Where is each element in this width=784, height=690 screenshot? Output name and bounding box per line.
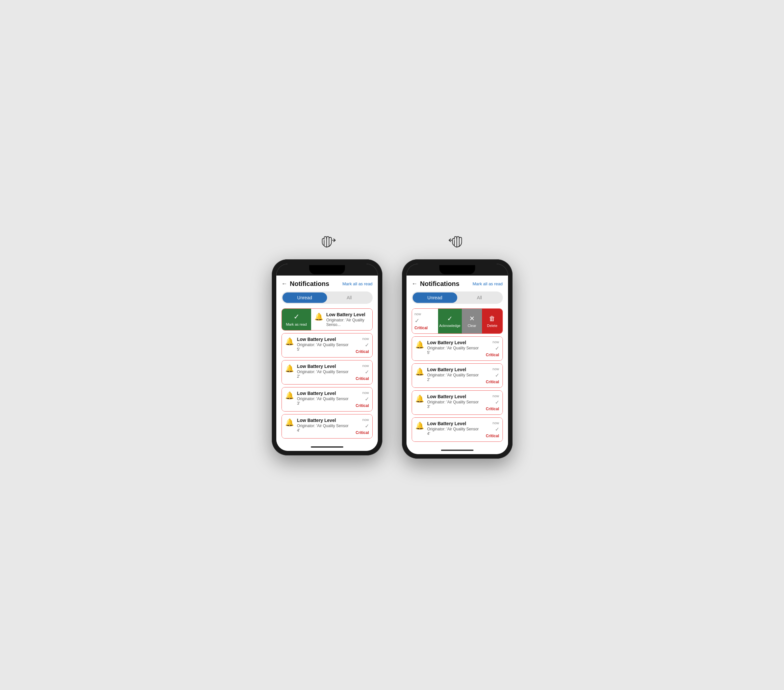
- scene: ← Notifications Mark all as read Unread …: [259, 218, 525, 472]
- notif-normal-r0: 🔔 Low Battery Level Originator: 'Air Qua…: [412, 337, 502, 360]
- notif-normal-4: 🔔 Low Battery Level Originator: 'Air Qua…: [282, 414, 372, 438]
- page-title-right: Notifications: [420, 280, 460, 288]
- notif-card-3[interactable]: 🔔 Low Battery Level Originator: 'Air Qua…: [282, 387, 373, 412]
- notif-title-r0: Low Battery Level: [427, 340, 483, 345]
- right-phone-content: ← Notifications Mark all as read Unread …: [407, 276, 508, 447]
- notif-sub-4: Originator: 'Air Quality Sensor 4': [297, 424, 352, 433]
- notif-title-4: Low Battery Level: [297, 418, 352, 423]
- notch-bar-right: [407, 264, 508, 276]
- swipe-left-gesture: [448, 231, 467, 254]
- notif-time-r3: now: [492, 421, 499, 425]
- notif-critical-r3: Critical: [486, 434, 499, 438]
- notif-normal-1: 🔔 Low Battery Level Originator: 'Air Qua…: [282, 334, 372, 357]
- right-phone-header: ← Notifications Mark all as read: [412, 276, 503, 291]
- notif-sub-1: Originator: 'Air Quality Sensor 5': [297, 343, 352, 352]
- notification-list-left: ✓ Mark as read 🔔 Low Battery Level Origi…: [282, 309, 373, 439]
- notif-body-4: Low Battery Level Originator: 'Air Quali…: [297, 418, 352, 433]
- tab-all-right[interactable]: All: [457, 292, 502, 303]
- notif-body-3: Low Battery Level Originator: 'Air Quali…: [297, 391, 352, 406]
- mark-all-read-left[interactable]: Mark all as read: [343, 281, 372, 286]
- notif-critical-r0: Critical: [486, 353, 499, 357]
- header-left-right: ← Notifications: [412, 280, 460, 288]
- back-arrow-left[interactable]: ←: [282, 281, 287, 287]
- notif-normal-2: 🔔 Low Battery Level Originator: 'Air Qua…: [282, 360, 372, 384]
- notif-left-meta: now ✓ Critical: [412, 309, 438, 334]
- notif-sub-r2: Originator: 'Air Quality Sensor 3': [427, 400, 483, 409]
- bell-icon-1: 🔔: [285, 337, 294, 346]
- notch: [309, 265, 345, 274]
- notif-time-r1: now: [492, 367, 499, 371]
- home-bar-right: [407, 447, 508, 454]
- home-bar-line-right: [441, 450, 474, 451]
- delete-icon: 🗑: [489, 315, 495, 322]
- page-title-left: Notifications: [290, 280, 329, 288]
- notif-meta-1: now ✓ Critical: [356, 337, 369, 354]
- bell-icon-r1: 🔔: [415, 368, 424, 376]
- mark-as-read-label: Mark as read: [286, 322, 306, 326]
- tab-unread-left[interactable]: Unread: [282, 292, 327, 303]
- notif-card-r2[interactable]: 🔔 Low Battery Level Originator: 'Air Qua…: [412, 390, 503, 415]
- notif-normal-r3: 🔔 Low Battery Level Originator: 'Air Qua…: [412, 418, 502, 442]
- notif-check-2: ✓: [365, 369, 369, 375]
- notif-title-r3: Low Battery Level: [427, 421, 483, 426]
- home-bar-line-left: [311, 446, 343, 448]
- notif-card-swiped-right[interactable]: now ✓ Critical ✓ Acknowledge ✕: [412, 309, 503, 334]
- notif-card-r3[interactable]: 🔔 Low Battery Level Originator: 'Air Qua…: [412, 417, 503, 442]
- notif-card-2[interactable]: 🔔 Low Battery Level Originator: 'Air Qua…: [282, 360, 373, 384]
- bell-icon-2: 🔔: [285, 364, 294, 373]
- notif-check-r0: ✓: [495, 345, 499, 352]
- mark-all-read-right[interactable]: Mark all as read: [473, 281, 502, 286]
- notif-body-r3: Low Battery Level Originator: 'Air Quali…: [427, 421, 483, 436]
- notif-body-1: Low Battery Level Originator: 'Air Quali…: [297, 337, 352, 352]
- notif-check-r2: ✓: [495, 399, 499, 405]
- notif-normal-r2: 🔔 Low Battery Level Originator: 'Air Qua…: [412, 391, 502, 414]
- tab-all-left[interactable]: All: [327, 292, 372, 303]
- notif-normal-3: 🔔 Low Battery Level Originator: 'Air Qua…: [282, 388, 372, 411]
- notif-card-4[interactable]: 🔔 Low Battery Level Originator: 'Air Qua…: [282, 414, 373, 439]
- notif-meta-r2: now ✓ Critical: [486, 394, 499, 411]
- notif-sub-3: Originator: 'Air Quality Sensor 3': [297, 397, 352, 406]
- notif-body-r1: Low Battery Level Originator: 'Air Quali…: [427, 367, 483, 382]
- bell-icon-r2: 🔔: [415, 394, 424, 403]
- notif-card-swiped[interactable]: ✓ Mark as read 🔔 Low Battery Level Origi…: [282, 309, 373, 330]
- left-phone-header: ← Notifications Mark all as read: [282, 276, 373, 291]
- notif-card-r0[interactable]: 🔔 Low Battery Level Originator: 'Air Qua…: [412, 337, 503, 361]
- notif-sub-r3: Originator: 'Air Quality Sensor 4': [427, 427, 483, 436]
- clear-button[interactable]: ✕ Clear: [462, 309, 482, 334]
- notif-sub-0: Originator: 'Air Quality Senso...: [326, 318, 369, 327]
- notif-title-3: Low Battery Level: [297, 391, 352, 396]
- notif-time-1: now: [362, 337, 369, 341]
- notif-critical-2: Critical: [356, 376, 369, 381]
- notif-critical-3: Critical: [356, 403, 369, 408]
- bell-icon-r0: 🔔: [415, 341, 424, 349]
- back-arrow-right[interactable]: ←: [412, 281, 418, 287]
- notif-body-0: Low Battery Level Originator: 'Air Quali…: [326, 312, 369, 327]
- tab-unread-right[interactable]: Unread: [413, 292, 457, 303]
- bell-icon-r3: 🔔: [415, 422, 424, 430]
- header-left: ← Notifications: [282, 280, 329, 288]
- notif-check-1: ✓: [365, 342, 369, 348]
- notif-critical-4: Critical: [356, 430, 369, 435]
- notif-title-r1: Low Battery Level: [427, 367, 483, 372]
- swipe-right-gesture: [317, 231, 337, 254]
- delete-button[interactable]: 🗑 Delete: [482, 309, 502, 334]
- notif-meta-r1: now ✓ Critical: [486, 367, 499, 384]
- right-phone-wrapper: ← Notifications Mark all as read Unread …: [402, 231, 512, 459]
- notif-meta-3: now ✓ Critical: [356, 391, 369, 408]
- left-phone: ← Notifications Mark all as read Unread …: [272, 259, 382, 455]
- notification-list-right: now ✓ Critical ✓ Acknowledge ✕: [412, 309, 503, 442]
- notif-card-r1[interactable]: 🔔 Low Battery Level Originator: 'Air Qua…: [412, 363, 503, 388]
- notif-meta-4: now ✓ Critical: [356, 418, 369, 435]
- bell-icon-3: 🔔: [285, 391, 294, 400]
- notif-time-r0: now: [492, 340, 499, 344]
- notif-card-1[interactable]: 🔔 Low Battery Level Originator: 'Air Qua…: [282, 333, 373, 358]
- notif-meta-r3: now ✓ Critical: [486, 421, 499, 438]
- notif-meta-r0: now ✓ Critical: [486, 340, 499, 357]
- acknowledge-label: Acknowledge: [439, 324, 461, 328]
- acknowledge-button[interactable]: ✓ Acknowledge: [438, 309, 462, 334]
- clear-label: Clear: [468, 324, 476, 328]
- notif-time-2: now: [362, 364, 369, 368]
- notif-title-2: Low Battery Level: [297, 364, 352, 369]
- mark-as-read-action[interactable]: ✓ Mark as read: [282, 309, 311, 330]
- notif-body-r0: Low Battery Level Originator: 'Air Quali…: [427, 340, 483, 355]
